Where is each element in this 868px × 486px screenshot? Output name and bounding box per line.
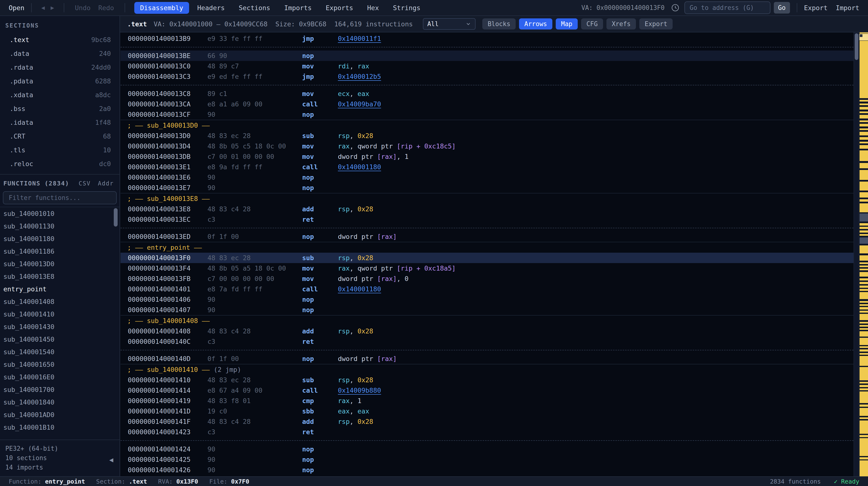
section-row[interactable]: .tls10 [0, 143, 120, 157]
go-button[interactable]: Go [774, 2, 790, 13]
disasm-row[interactable]: 00000001400013B9e9 33 fe ff ffjmp0x14000… [121, 33, 854, 44]
section-row[interactable]: .CRT68 [0, 130, 120, 143]
disasm-row[interactable]: 00000001400013CF90nop [121, 109, 854, 120]
function-item[interactable]: sub_140001840 [0, 396, 120, 408]
tab-sections[interactable]: Sections [233, 2, 276, 14]
function-item[interactable]: sub_140001408 [0, 295, 120, 308]
history-clock-icon[interactable] [671, 3, 680, 12]
disasm-row[interactable]: 000000014000142590nop [121, 454, 854, 465]
disasm-row[interactable]: 000000014000141948 83 f8 01cmprax, 1 [121, 396, 854, 406]
function-item[interactable]: sub_140001130 [0, 220, 120, 232]
disasm-row[interactable]: 0000000140001423c3ret [121, 427, 854, 437]
section-row[interactable]: .pdata6288 [0, 74, 120, 88]
branch-target-link[interactable]: 0x14009ba70 [338, 101, 381, 108]
toggle-button-arrows[interactable]: Arrows [519, 18, 552, 29]
toggle-button-xrefs[interactable]: Xrefs [607, 18, 636, 29]
export-button[interactable]: Export [804, 4, 828, 11]
disasm-row[interactable]: 00000001400013D448 8b 05 c5 18 0c 00movr… [121, 141, 854, 151]
disasm-row[interactable]: 00000001400013ED0f 1f 00nopdword ptr [ra… [121, 231, 854, 242]
filter-functions-input[interactable] [3, 191, 117, 204]
function-item[interactable]: sub_140001180 [0, 232, 120, 245]
redo-button[interactable]: Redo [98, 4, 114, 11]
function-item[interactable]: sub_1400016E0 [0, 371, 120, 383]
disasm-row[interactable]: 00000001400013DBc7 00 01 00 00 00movdwor… [121, 151, 854, 162]
toggle-button-export[interactable]: Export [639, 18, 673, 29]
function-item[interactable]: sub_140001B30 [0, 433, 120, 436]
function-item[interactable]: sub_140001B10 [0, 421, 120, 433]
minimap[interactable] [859, 32, 868, 476]
disasm-row[interactable]: 000000014000142690nop [121, 465, 854, 475]
disasm-row[interactable]: 00000001400013E848 83 c4 28addrsp, 0x28 [121, 204, 854, 214]
tab-disassembly[interactable]: Disassembly [134, 2, 189, 14]
disasm-row[interactable]: 000000014000140Cc3ret [121, 336, 854, 347]
disasm-row[interactable]: 00000001400013ECc3ret [121, 214, 854, 225]
function-item[interactable]: sub_140001700 [0, 383, 120, 396]
csv-export-link[interactable]: CSV [79, 180, 91, 187]
function-item[interactable]: sub_140001186 [0, 245, 120, 258]
disasm-row[interactable]: 000000014000141048 83 ec 28subrsp, 0x28 [121, 375, 854, 385]
disasm-row[interactable]: 00000001400013E790nop [121, 182, 854, 193]
disasm-row[interactable]: 000000014000140690nop [121, 294, 854, 305]
listing-scrollbar-thumb[interactable] [855, 33, 858, 60]
section-row[interactable]: .rdata24dd0 [0, 60, 120, 74]
function-item[interactable]: sub_1400013D0 [0, 258, 120, 270]
tab-headers[interactable]: Headers [191, 2, 230, 14]
branch-target-link[interactable]: 0x1400011f1 [338, 35, 381, 42]
function-item[interactable]: sub_140001410 [0, 308, 120, 320]
import-button[interactable]: Import [836, 4, 859, 11]
branch-target-link[interactable]: 0x140001180 [338, 163, 381, 171]
tab-hex[interactable]: Hex [361, 2, 385, 14]
disasm-row[interactable]: 00000001400013E690nop [121, 172, 854, 182]
tab-imports[interactable]: Imports [278, 2, 318, 14]
disasm-row[interactable]: 000000014000141F48 83 c4 28addrsp, 0x28 [121, 417, 854, 427]
branch-target-link[interactable]: 0x140001180 [338, 285, 381, 293]
disasm-row[interactable]: 000000014000142490nop [121, 444, 854, 454]
disasm-row[interactable]: 00000001400013FBc7 00 00 00 00 00movdwor… [121, 274, 854, 284]
disasm-row[interactable]: 000000014000140848 83 c4 28addrsp, 0x28 [121, 326, 854, 336]
branch-target-link[interactable]: 0x1400012b5 [338, 73, 381, 80]
disasm-row[interactable]: 000000014000141D19 c0sbbeax, eax [121, 406, 854, 417]
function-item[interactable]: sub_140001430 [0, 320, 120, 333]
back-icon[interactable]: ◀ [41, 4, 45, 11]
function-item[interactable]: sub_140001540 [0, 345, 120, 358]
branch-target-link[interactable]: 0x14009b880 [338, 387, 381, 394]
listing-scrollbar[interactable] [854, 32, 859, 476]
goto-address-input[interactable] [684, 1, 770, 14]
toggle-button-cfg[interactable]: CFG [581, 18, 603, 29]
tab-strings[interactable]: Strings [387, 2, 426, 14]
section-row[interactable]: .bss2a0 [0, 102, 120, 116]
disasm-row[interactable]: 00000001400013C048 89 c7movrdi, rax [121, 61, 854, 71]
disasm-row[interactable]: 00000001400013BE66 90nop [121, 51, 854, 61]
function-item[interactable]: sub_140001450 [0, 333, 120, 345]
disasm-row[interactable]: 00000001400013D048 83 ec 28subrsp, 0x28 [121, 131, 854, 141]
section-row[interactable]: .idata1f48 [0, 116, 120, 130]
forward-icon[interactable]: ▶ [51, 4, 54, 11]
disasm-row[interactable]: 00000001400013C3e9 ed fe ff ffjmp0x14000… [121, 71, 854, 82]
function-item[interactable]: sub_140001010 [0, 207, 120, 220]
disasm-row[interactable]: 0000000140001401e8 7a fd ff ffcall0x1400… [121, 284, 854, 294]
undo-button[interactable]: Undo [75, 4, 91, 11]
toggle-button-blocks[interactable]: Blocks [482, 18, 516, 29]
function-item[interactable]: sub_140001650 [0, 358, 120, 371]
instruction-filter-select[interactable]: All [423, 18, 475, 30]
disassembly-listing[interactable]: 00000001400013B9e9 33 fe ff ffjmp0x14000… [121, 32, 854, 476]
open-button[interactable]: Open [9, 4, 24, 11]
disasm-row[interactable]: 00000001400013E1e8 9a fd ff ffcall0x1400… [121, 162, 854, 172]
function-item[interactable]: sub_1400013E8 [0, 270, 120, 283]
disasm-row[interactable]: 000000014000140790nop [121, 305, 854, 315]
tab-exports[interactable]: Exports [320, 2, 359, 14]
addr-toggle-link[interactable]: Addr [98, 180, 114, 187]
disasm-row[interactable]: 00000001400013C889 c1movecx, eax [121, 88, 854, 99]
section-row[interactable]: .xdataa8dc [0, 88, 120, 102]
section-row[interactable]: .text9bc68 [0, 33, 120, 47]
section-row[interactable]: .data240 [0, 47, 120, 60]
function-item[interactable]: entry_point [0, 283, 120, 295]
collapse-sidebar-icon[interactable]: ◀ [109, 455, 113, 464]
disasm-row[interactable]: 00000001400013CAe8 a1 a6 09 00call0x1400… [121, 99, 854, 109]
functions-scrollbar-thumb[interactable] [114, 208, 118, 227]
function-item[interactable]: sub_140001AD0 [0, 408, 120, 421]
section-row[interactable]: .relocdc0 [0, 157, 120, 171]
toggle-button-map[interactable]: Map [556, 18, 578, 29]
disasm-row[interactable]: 000000014000140D0f 1f 00nopdword ptr [ra… [121, 353, 854, 364]
disasm-row[interactable]: 00000001400013F048 83 ec 28subrsp, 0x28 [121, 253, 854, 263]
